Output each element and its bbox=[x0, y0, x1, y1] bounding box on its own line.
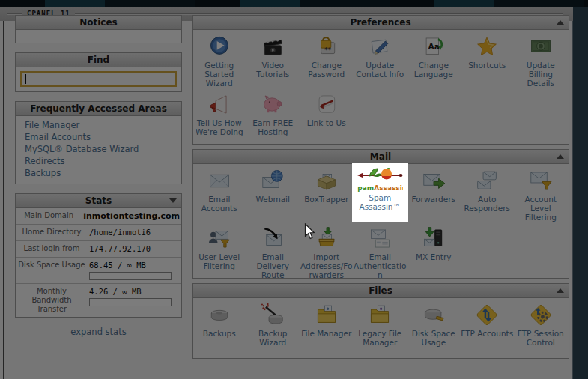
app-icon-email-delivery-route[interactable]: Email Delivery Route bbox=[246, 222, 300, 279]
app-icon-ftp-session-control[interactable]: FTP Session Control bbox=[514, 298, 567, 347]
find-title: Find bbox=[88, 55, 109, 65]
link-redirects[interactable]: Redirects bbox=[25, 155, 178, 167]
expand-stats-link[interactable]: expand stats bbox=[15, 327, 182, 337]
app-icon-label: Change Password bbox=[300, 61, 353, 79]
app-icon-legacy-file-manager[interactable]: Legacy File Manager bbox=[354, 298, 407, 347]
app-icon-update-billing-details[interactable]: Update Billing Details bbox=[514, 30, 567, 88]
ftp-accounts-icon bbox=[461, 301, 514, 328]
app-icon-label: File Manager bbox=[300, 329, 353, 338]
ftp-session-control-icon bbox=[514, 301, 567, 328]
files-section: Files Backups Backup Wizard File Mana bbox=[192, 283, 569, 359]
files-collapse-arrow-icon[interactable] bbox=[557, 288, 564, 293]
find-search-input[interactable] bbox=[20, 71, 177, 87]
app-icon-forwarders[interactable]: Forwarders bbox=[407, 164, 460, 222]
window-left-edge bbox=[3, 21, 4, 379]
app-icon-backups[interactable]: Backups bbox=[193, 298, 246, 347]
stats-row-main-domain: Main Domain inmotiontesting.com bbox=[16, 208, 181, 225]
app-icon-file-manager[interactable]: File Manager bbox=[300, 298, 353, 347]
app-icon-label: Update Billing Details bbox=[514, 61, 567, 88]
link-mysql-database-wizard[interactable]: MySQL® Database Wizard bbox=[25, 143, 178, 155]
link-email-accounts[interactable]: Email Accounts bbox=[25, 131, 178, 143]
app-icon-label: Video Tutorials bbox=[246, 61, 300, 79]
stats-row-disk-space: Disk Space Usage 68.45 / ∞ MB bbox=[16, 258, 181, 284]
file-manager-icon bbox=[300, 301, 353, 328]
link-to-us-icon bbox=[300, 91, 353, 118]
app-icon-webmail[interactable]: Webmail bbox=[246, 164, 300, 222]
svg-text:**: ** bbox=[324, 46, 331, 53]
app-icon-disk-space-usage[interactable]: Disk Space Usage bbox=[407, 298, 460, 347]
app-icon-mx-entry[interactable]: MX Entry bbox=[407, 222, 460, 279]
app-icon-label: Legacy File Manager bbox=[354, 329, 407, 347]
app-icon-backup-wizard[interactable]: Backup Wizard bbox=[246, 298, 300, 347]
disk-space-usage-icon bbox=[407, 301, 460, 328]
mail-title: Mail bbox=[370, 151, 391, 162]
app-icon-account-level-filtering[interactable]: Account Level Filtering bbox=[514, 164, 567, 222]
update-billing-details-icon bbox=[514, 33, 567, 60]
find-header: Find bbox=[16, 53, 181, 67]
app-icon-label: Email Accounts bbox=[193, 195, 246, 213]
legacy-file-manager-icon bbox=[354, 301, 407, 328]
stat-value: 4.26 / ∞ MB bbox=[88, 284, 181, 317]
app-icon-update-contact-info[interactable]: Update Contact Info bbox=[354, 30, 407, 88]
notices-title: Notices bbox=[79, 17, 118, 28]
update-contact-info-icon bbox=[354, 33, 407, 60]
app-icon-shortcuts[interactable]: Shortcuts bbox=[461, 30, 514, 88]
bandwidth-value: 4.26 / ∞ MB bbox=[89, 287, 142, 296]
app-icon-label: Forwarders bbox=[407, 195, 460, 204]
app-icon-boxtrapper[interactable]: BoxTrapper bbox=[300, 164, 353, 222]
app-icon-user-level-filtering[interactable]: User Level Filtering bbox=[193, 222, 246, 279]
left-sidebar: Notices Find Frequently Accessed Areas F… bbox=[15, 15, 182, 337]
svg-text:Aa: Aa bbox=[428, 41, 440, 51]
mouse-cursor-icon bbox=[304, 223, 315, 243]
notices-header: Notices bbox=[16, 16, 181, 30]
stat-label: Monthly Bandwidth Transfer bbox=[16, 284, 88, 317]
stat-value: 174.77.92.170 bbox=[88, 241, 181, 257]
disk-usage-value: 68.45 / ∞ MB bbox=[89, 261, 146, 270]
mail-collapse-arrow-icon[interactable] bbox=[557, 154, 564, 159]
email-delivery-route-icon bbox=[246, 225, 300, 252]
auto-responders-icon bbox=[461, 167, 514, 194]
app-icon-label: Update Contact Info bbox=[354, 61, 407, 79]
app-icon-label: Webmail bbox=[246, 195, 300, 204]
frequently-accessed-box: Frequently Accessed Areas File Manager E… bbox=[15, 101, 182, 184]
text-caret bbox=[25, 74, 26, 84]
main-content: Preferences Getting Started Wizard Video… bbox=[192, 15, 569, 363]
stats-title: Stats bbox=[85, 195, 112, 206]
backup-wizard-icon bbox=[246, 301, 300, 328]
stat-label: Last login from bbox=[16, 241, 88, 257]
app-icon-ftp-accounts[interactable]: FTP Accounts bbox=[461, 298, 514, 347]
preferences-header: Preferences bbox=[193, 16, 569, 30]
app-icon-label: Change Language bbox=[407, 61, 460, 79]
app-icon-label: Spam Assassin™ bbox=[354, 193, 407, 211]
link-backups[interactable]: Backups bbox=[25, 167, 178, 179]
app-icon-label: BoxTrapper bbox=[300, 195, 353, 204]
app-icon-earn-free-hosting[interactable]: Earn FREE Hosting bbox=[246, 88, 300, 136]
mail-section: Mail Email Accounts Webmail BoxTrappe bbox=[192, 149, 569, 279]
app-icon-getting-started-wizard[interactable]: Getting Started Wizard bbox=[193, 30, 246, 88]
stat-value: inmotiontesting.com bbox=[82, 208, 181, 224]
app-icon-label: MX Entry bbox=[407, 252, 460, 261]
preferences-collapse-arrow-icon[interactable] bbox=[557, 20, 564, 25]
app-icon-tell-us-how-were-doing[interactable]: Tell Us How We're Doing bbox=[193, 88, 246, 136]
app-icon-change-password[interactable]: ** Change Password bbox=[300, 30, 353, 88]
stats-box: Stats Main Domain inmotiontesting.com Ho… bbox=[15, 193, 182, 318]
app-icon-label: Link to Us bbox=[300, 118, 353, 127]
app-icon-label: Account Level Filtering bbox=[514, 195, 567, 222]
webmail-icon bbox=[246, 167, 300, 194]
stat-label: Home Directory bbox=[16, 225, 88, 240]
change-password-icon: ** bbox=[300, 33, 353, 60]
app-icon-email-accounts[interactable]: Email Accounts bbox=[193, 164, 246, 222]
app-icon-auto-responders[interactable]: Auto Responders bbox=[461, 164, 514, 222]
forwarders-icon bbox=[407, 167, 460, 194]
app-icon-change-language[interactable]: Aa Change Language bbox=[407, 30, 460, 88]
app-icon-link-to-us[interactable]: Link to Us bbox=[300, 88, 353, 136]
cpanel-banner bbox=[0, 0, 588, 7]
app-icon-spam-assassin[interactable]: SpamAssassin Spam Assassin™ bbox=[352, 163, 408, 222]
shortcuts-icon bbox=[461, 33, 514, 60]
app-icon-email-authentication[interactable]: Email Authentication bbox=[354, 222, 407, 279]
app-icon-video-tutorials[interactable]: Video Tutorials bbox=[246, 30, 300, 88]
stat-value: /home/inmoti6 bbox=[88, 225, 181, 240]
stats-collapse-arrow-icon[interactable] bbox=[169, 198, 177, 203]
boxtrapper-icon bbox=[300, 167, 353, 194]
link-file-manager[interactable]: File Manager bbox=[25, 119, 178, 131]
